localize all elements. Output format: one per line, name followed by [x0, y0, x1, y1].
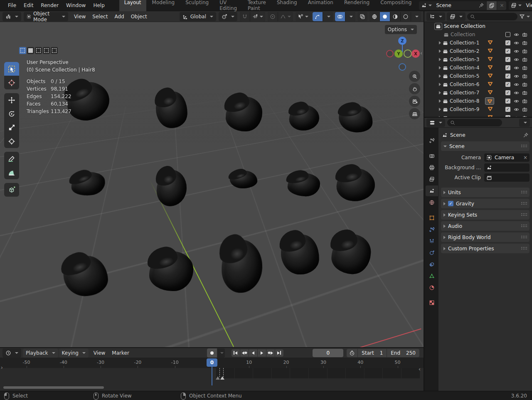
scene-panel-header[interactable]: Scene: [441, 141, 530, 151]
object-data-icon[interactable]: [486, 106, 494, 113]
hide-eye-toggle[interactable]: [514, 81, 519, 87]
panel-drag-handle[interactable]: [521, 224, 527, 228]
object-data-icon[interactable]: [486, 47, 494, 55]
horizontal-scrollbar[interactable]: [3, 386, 104, 389]
object-data-icon[interactable]: [486, 114, 494, 117]
properties-tab-physics[interactable]: [426, 247, 438, 258]
viewport-3d[interactable]: User Perspective (0) Scene Collection | …: [0, 22, 424, 347]
outliner-row-collection-2[interactable]: Collection-2✓: [424, 47, 532, 55]
hide-eye-toggle[interactable]: [514, 48, 519, 54]
expand-arrow[interactable]: [437, 41, 443, 44]
pivot-point-dropdown[interactable]: [219, 12, 237, 21]
render-visibility-toggle[interactable]: [522, 98, 527, 104]
menu-file[interactable]: File: [4, 2, 20, 8]
background-scene-field[interactable]: [484, 163, 530, 172]
properties-tab-material[interactable]: [426, 282, 438, 293]
tool-scale[interactable]: [4, 121, 19, 134]
hair-object[interactable]: [226, 96, 262, 131]
outliner-row-collection-1[interactable]: Collection-1✓: [424, 39, 532, 47]
exclude-checkbox[interactable]: ✓: [505, 65, 510, 70]
hide-eye-toggle[interactable]: [514, 32, 519, 37]
object-data-icon[interactable]: [486, 89, 494, 96]
render-visibility-toggle[interactable]: [522, 81, 527, 87]
snap-to-dropdown[interactable]: [250, 12, 265, 21]
gravity-checkbox[interactable]: ✓: [448, 201, 453, 206]
expand-arrow[interactable]: [437, 99, 443, 103]
use-preview-range-button[interactable]: [347, 349, 357, 357]
hide-eye-toggle[interactable]: [514, 65, 519, 71]
exclude-checkbox[interactable]: ✓: [505, 99, 510, 104]
exclude-checkbox[interactable]: ✓: [505, 107, 510, 112]
camera-view-button[interactable]: [409, 96, 420, 107]
object-data-icon[interactable]: [485, 97, 494, 105]
timeline-menu-marker[interactable]: Marker: [108, 350, 132, 356]
render-visibility-toggle[interactable]: [522, 73, 527, 79]
pin-id-button[interactable]: [523, 132, 529, 138]
outliner-row-collection-8[interactable]: Collection-8✓: [424, 97, 532, 105]
exclude-checkbox[interactable]: ✓: [505, 82, 510, 87]
play-reverse-button[interactable]: [249, 349, 257, 357]
tool-add-cube[interactable]: [4, 183, 19, 197]
tool-select-box[interactable]: [4, 62, 19, 76]
select-mode-subtract[interactable]: [35, 47, 42, 54]
start-frame-field[interactable]: Start1: [357, 349, 387, 357]
workspace-tab-rendering[interactable]: Rendering: [339, 0, 374, 12]
object-data-icon[interactable]: [486, 56, 494, 63]
active-clip-field[interactable]: [484, 173, 530, 182]
object-data-icon[interactable]: [486, 64, 494, 72]
properties-tab-scene[interactable]: [426, 185, 438, 196]
properties-options-dropdown[interactable]: [519, 119, 530, 127]
outliner-row-collection-4[interactable]: Collection-4✓: [424, 64, 532, 72]
viewport-menu-add[interactable]: Add: [111, 14, 127, 20]
render-visibility-toggle[interactable]: [522, 57, 527, 62]
menu-help[interactable]: Help: [89, 2, 108, 8]
properties-tab-output[interactable]: [426, 162, 438, 173]
show-overlays-toggle[interactable]: [335, 12, 345, 21]
expand-arrow[interactable]: [437, 49, 443, 53]
timeline-menu-view[interactable]: View: [90, 350, 108, 356]
outliner-row-collection-6[interactable]: Collection-6✓: [424, 80, 532, 89]
hide-eye-toggle[interactable]: [514, 106, 519, 112]
gizmo-axis-z[interactable]: Z: [398, 37, 406, 45]
object-data-icon[interactable]: [486, 81, 494, 88]
jump-to-end-button[interactable]: [275, 349, 283, 357]
shading-material-button[interactable]: [390, 12, 400, 21]
viewport-menu-select[interactable]: Select: [89, 14, 111, 20]
tool-rotate[interactable]: [4, 107, 19, 121]
workspace-tab-texture-paint[interactable]: Texture Paint: [243, 0, 271, 12]
gizmo-axis-neg-x[interactable]: [386, 50, 394, 57]
select-mode-set[interactable]: [19, 47, 26, 54]
editor-type-button[interactable]: [2, 12, 21, 21]
object-data-icon[interactable]: [486, 72, 494, 80]
gizmo-axis-neg-z[interactable]: [399, 63, 406, 71]
exclude-checkbox[interactable]: ✓: [505, 74, 510, 79]
scene-name[interactable]: Scene: [434, 1, 476, 10]
properties-tab-particles[interactable]: [426, 236, 438, 247]
new-scene-button[interactable]: [486, 1, 497, 10]
workspace-tab-sculpting[interactable]: Sculpting: [180, 0, 214, 12]
timeline-marker[interactable]: [220, 376, 224, 380]
outliner-display-mode-button[interactable]: [447, 12, 466, 21]
outliner-row-scene-collection[interactable]: Scene Collection: [424, 22, 532, 30]
render-visibility-toggle[interactable]: [522, 40, 527, 46]
gizmo-dropdown[interactable]: [323, 12, 333, 21]
select-mode-intersect[interactable]: [51, 47, 58, 54]
shading-dropdown[interactable]: [411, 12, 421, 21]
clear-camera-button[interactable]: ×: [523, 155, 527, 160]
playhead[interactable]: 0: [207, 358, 217, 367]
keying-dropdown[interactable]: [217, 348, 225, 358]
camera-field[interactable]: Camera ×: [484, 153, 530, 162]
properties-tab-constraints[interactable]: [426, 259, 438, 270]
workspace-tab-animation[interactable]: Animation: [303, 0, 338, 12]
tool-transform[interactable]: [4, 134, 19, 148]
timeline-menu-playback[interactable]: Playback: [23, 348, 58, 358]
properties-editor-type-button[interactable]: [426, 119, 445, 127]
play-button[interactable]: [258, 349, 266, 357]
properties-tab-world[interactable]: [426, 197, 438, 208]
workspace-tab-layout[interactable]: Layout: [119, 0, 146, 12]
outliner-row-collection-7[interactable]: Collection-7✓: [424, 89, 532, 97]
workspace-tab-shading[interactable]: Shading: [272, 0, 302, 12]
panel-drag-handle[interactable]: [521, 213, 527, 217]
pan-button[interactable]: [409, 83, 420, 94]
properties-search-input[interactable]: [447, 119, 502, 126]
